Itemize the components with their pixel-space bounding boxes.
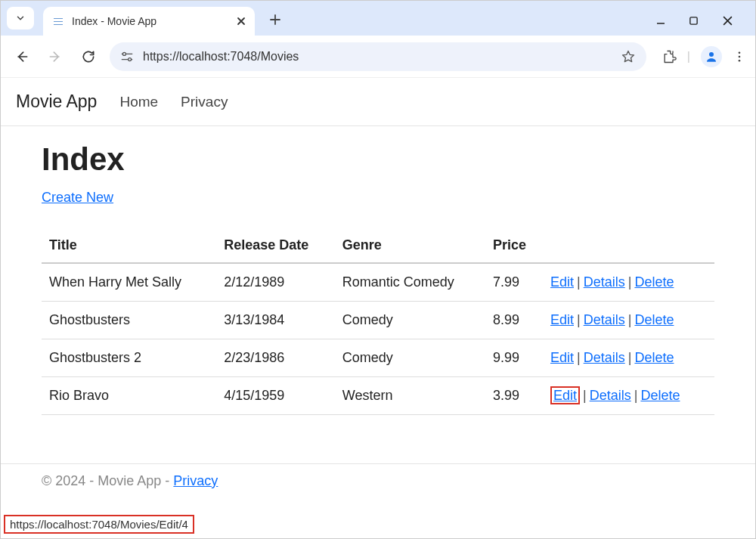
- plus-icon: [269, 14, 281, 26]
- kebab-icon: [733, 50, 746, 64]
- page-content: Movie App Home Privacy Index Create New …: [1, 78, 755, 489]
- table-row: When Harry Met Sally2/12/1989Romantic Co…: [42, 263, 714, 302]
- svg-point-6: [739, 59, 741, 61]
- cell-actions: Edit|Details|Delete: [543, 339, 714, 377]
- reload-icon: [81, 49, 96, 64]
- new-tab-button[interactable]: [264, 8, 287, 31]
- svg-point-5: [739, 55, 741, 57]
- cell-release-date: 2/12/1989: [216, 263, 335, 302]
- svg-rect-0: [690, 17, 697, 24]
- address-bar[interactable]: https://localhost:7048/Movies: [110, 42, 646, 71]
- col-title: Title: [42, 228, 216, 263]
- person-icon: [705, 50, 718, 64]
- footer-text: © 2024 - Movie App -: [42, 473, 173, 488]
- page-footer: © 2024 - Movie App - Privacy: [1, 463, 755, 489]
- cell-actions: Edit|Details|Delete: [543, 377, 714, 415]
- page-title: Index: [42, 141, 714, 178]
- svg-point-2: [129, 57, 132, 60]
- chevron-down-icon: [15, 13, 26, 23]
- cell-title: Ghostbusters 2: [42, 339, 216, 377]
- tab-title: Index - Movie App: [72, 15, 156, 27]
- minimize-icon: [655, 16, 666, 26]
- nav-home[interactable]: Home: [119, 94, 158, 110]
- star-icon: [621, 49, 636, 64]
- delete-link[interactable]: Delete: [634, 274, 674, 290]
- close-icon: [722, 15, 733, 26]
- table-row: Rio Bravo4/15/1959Western3.99Edit|Detail…: [42, 377, 714, 415]
- details-link[interactable]: Details: [584, 312, 625, 327]
- details-link[interactable]: Details: [584, 274, 625, 290]
- cell-release-date: 2/23/1986: [216, 339, 335, 377]
- table-row: Ghostbusters3/13/1984Comedy8.99Edit|Deta…: [42, 302, 714, 339]
- cell-release-date: 4/15/1959: [216, 377, 335, 415]
- svg-point-4: [739, 51, 741, 54]
- browser-tab[interactable]: Index - Movie App: [43, 7, 255, 36]
- edit-link[interactable]: Edit: [550, 274, 574, 290]
- col-genre: Genre: [335, 228, 485, 263]
- profile-button[interactable]: [701, 46, 722, 67]
- extensions-button[interactable]: [662, 49, 677, 64]
- delete-link[interactable]: Delete: [634, 312, 674, 327]
- svg-point-3: [709, 52, 714, 57]
- url-text[interactable]: https://localhost:7048/Movies: [143, 50, 612, 64]
- cell-price: 9.99: [485, 339, 543, 377]
- reload-button[interactable]: [76, 45, 101, 69]
- cell-actions: Edit|Details|Delete: [543, 302, 714, 339]
- details-link[interactable]: Details: [590, 388, 631, 403]
- col-actions: [543, 228, 714, 263]
- table-row: Ghostbusters 22/23/1986Comedy9.99Edit|De…: [42, 339, 714, 377]
- browser-title-bar: Index - Movie App: [1, 1, 755, 36]
- brand-link[interactable]: Movie App: [16, 91, 97, 112]
- details-link[interactable]: Details: [584, 350, 625, 365]
- close-icon: [237, 17, 246, 26]
- browser-status-bar: https://localhost:7048/Movies/Edit/4: [4, 515, 194, 534]
- delete-link[interactable]: Delete: [634, 350, 674, 365]
- cell-actions: Edit|Details|Delete: [543, 263, 714, 302]
- footer-privacy-link[interactable]: Privacy: [173, 473, 218, 488]
- col-price: Price: [485, 228, 543, 263]
- cell-title: Rio Bravo: [42, 377, 216, 415]
- create-new-link[interactable]: Create New: [42, 190, 113, 205]
- window-controls: [655, 15, 755, 26]
- maximize-button[interactable]: [689, 16, 707, 26]
- cell-price: 7.99: [485, 263, 543, 302]
- cell-genre: Comedy: [335, 302, 485, 339]
- site-settings-icon[interactable]: [120, 51, 134, 63]
- edit-link[interactable]: Edit: [550, 312, 574, 327]
- movies-table: Title Release Date Genre Price When Harr…: [42, 228, 714, 415]
- cell-genre: Comedy: [335, 339, 485, 377]
- cell-price: 8.99: [485, 302, 543, 339]
- col-release-date: Release Date: [216, 228, 335, 263]
- page-favicon: [52, 15, 64, 27]
- cell-title: When Harry Met Sally: [42, 263, 216, 302]
- arrow-right-icon: [48, 49, 63, 64]
- app-navbar: Movie App Home Privacy: [1, 78, 755, 126]
- close-window-button[interactable]: [722, 15, 740, 26]
- puzzle-icon: [662, 49, 677, 64]
- minimize-button[interactable]: [655, 16, 674, 26]
- cell-genre: Romantic Comedy: [335, 263, 485, 302]
- close-tab-button[interactable]: [237, 17, 246, 26]
- cell-release-date: 3/13/1984: [216, 302, 335, 339]
- edit-link[interactable]: Edit: [550, 350, 574, 365]
- tab-search-button[interactable]: [7, 7, 34, 29]
- bookmark-button[interactable]: [621, 49, 636, 64]
- arrow-left-icon: [14, 49, 29, 64]
- browser-toolbar: https://localhost:7048/Movies |: [1, 36, 755, 78]
- cell-price: 3.99: [485, 377, 543, 415]
- edit-link[interactable]: Edit: [550, 386, 580, 404]
- back-button[interactable]: [10, 45, 34, 69]
- forward-button[interactable]: [43, 45, 67, 69]
- maximize-icon: [689, 16, 699, 26]
- svg-point-1: [122, 52, 125, 55]
- menu-button[interactable]: [733, 50, 746, 64]
- delete-link[interactable]: Delete: [640, 388, 680, 403]
- cell-genre: Western: [335, 377, 485, 415]
- cell-title: Ghostbusters: [42, 302, 216, 339]
- nav-privacy[interactable]: Privacy: [181, 94, 228, 110]
- tune-icon: [120, 51, 134, 63]
